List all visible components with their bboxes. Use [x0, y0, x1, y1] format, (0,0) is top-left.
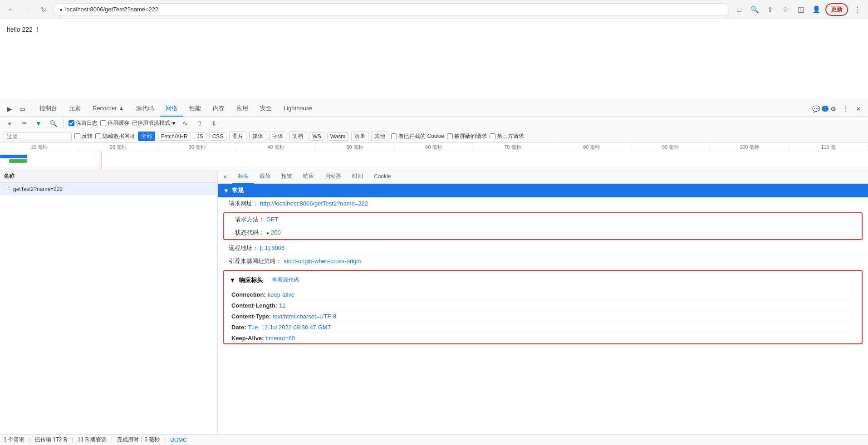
referrer-policy-row: 引荐来源网址策略： strict-origin-when-cross-origi…	[218, 255, 868, 268]
request-method-row: 请求方法： GET	[224, 213, 862, 226]
tl-80: 80 毫秒	[552, 143, 631, 151]
blocked-requests-checkbox[interactable]: 被屏蔽的请求	[447, 132, 487, 140]
tab-console[interactable]: 控制台	[34, 101, 63, 117]
reload-button[interactable]: ↻	[37, 3, 50, 16]
referrer-policy-value: strict-origin-when-cross-origin	[284, 258, 361, 264]
third-party-checkbox[interactable]: 第三方请求	[490, 132, 524, 140]
lock-icon: ●	[59, 7, 63, 12]
remote-addr-label: 远程地址：	[229, 244, 258, 252]
dom-link[interactable]: DOMC	[170, 437, 187, 443]
content-type-value: text/html;charset=UTF-8	[273, 313, 336, 320]
filter-all[interactable]: 全部	[138, 132, 155, 141]
tab-lighthouse[interactable]: Lighthouse	[278, 101, 318, 117]
request-row[interactable]: 📄 getTest2?name=222	[0, 183, 217, 196]
bookmark-button[interactable]: ☆	[779, 3, 792, 16]
filter-css[interactable]: CSS	[209, 132, 227, 141]
cast-button[interactable]: □	[733, 3, 745, 16]
share-button[interactable]: ⇧	[764, 3, 776, 16]
filter-wasm[interactable]: Wasm	[327, 132, 349, 141]
filter-icon[interactable]: ▼	[33, 117, 44, 129]
general-arrow: ▼	[223, 187, 229, 194]
tab-elements[interactable]: 元素	[64, 101, 86, 117]
transferred-size: 已传输 172 B	[35, 436, 67, 444]
invert-checkbox[interactable]: 反转	[74, 132, 93, 140]
settings-icon[interactable]: ⚙	[827, 103, 839, 115]
close-devtools-icon[interactable]: ✕	[853, 103, 864, 115]
devtools: ▶ ▭ 控制台 元素 Recorder ▲ 源代码 网络 性能 内存 应用 安全	[0, 101, 868, 445]
details-tab-response[interactable]: 响应	[298, 170, 319, 184]
filter-other[interactable]: 其他	[371, 132, 388, 141]
chat-button[interactable]: 💬1	[814, 103, 826, 115]
tl-50: 50 毫秒	[316, 143, 395, 151]
tab-security[interactable]: 安全	[255, 101, 277, 117]
extensions-button[interactable]: ◫	[794, 3, 807, 16]
devtools-more-icon[interactable]: ⋮	[840, 103, 852, 115]
disable-cache-checkbox[interactable]	[100, 120, 106, 126]
filter-doc[interactable]: 文档	[289, 132, 306, 141]
inspect-icon[interactable]: ▶	[4, 103, 15, 115]
preserve-log-checkbox[interactable]	[69, 120, 74, 126]
filter-img[interactable]: 图片	[229, 132, 246, 141]
tab-application[interactable]: 应用	[231, 101, 254, 117]
wifi-icon[interactable]: ∿	[179, 117, 191, 129]
tab-memory[interactable]: 内存	[207, 101, 230, 117]
response-headers-arrow: ▼	[230, 277, 235, 284]
filter-input[interactable]	[4, 132, 72, 141]
network-main: 名称 📄 getTest2?name=222 × 标头 载荷 预览 响应 启动器…	[0, 170, 868, 434]
separator	[31, 104, 31, 113]
menu-button[interactable]: ⋮	[851, 3, 863, 16]
connection-value: keep-alive	[268, 291, 294, 298]
back-button[interactable]: ←	[5, 3, 17, 16]
download-icon[interactable]: ⇩	[208, 117, 220, 129]
tl-10: 10 毫秒	[0, 143, 79, 151]
tab-network[interactable]: 网络	[160, 101, 183, 117]
blocked-cookies-checkbox[interactable]: 有已拦截的 Cookie	[391, 132, 444, 140]
record-button[interactable]: ●	[4, 117, 15, 129]
profile-button[interactable]: 👤	[810, 3, 823, 16]
search-button[interactable]: 🔍	[748, 3, 761, 16]
details-close-button[interactable]: ×	[220, 171, 230, 182]
tab-performance[interactable]: 性能	[184, 101, 206, 117]
forward-button[interactable]: →	[21, 3, 34, 16]
device-icon[interactable]: ▭	[16, 103, 28, 115]
details-tab-initiator[interactable]: 启动器	[319, 170, 347, 184]
search-network-icon[interactable]: 🔍	[47, 117, 59, 129]
details-tab-preview[interactable]: 预览	[276, 170, 298, 184]
details-tab-headers[interactable]: 标头	[232, 170, 254, 184]
request-url-row: 请求网址： http://localhost:8006/getTest2?nam…	[218, 197, 868, 210]
filter-xhr[interactable]: Fetch/XHR	[158, 132, 191, 141]
tab-sources[interactable]: 源代码	[131, 101, 159, 117]
filter-js[interactable]: JS	[194, 132, 206, 141]
details-tab-cookie[interactable]: Cookie	[368, 170, 396, 184]
status-code-row: 状态代码： ● 200	[224, 226, 862, 239]
content-length-value: 11	[279, 302, 285, 309]
tl-30: 30 毫秒	[158, 143, 237, 151]
details-tab-payload[interactable]: 载荷	[254, 170, 276, 184]
tab-recorder[interactable]: Recorder ▲	[87, 101, 130, 117]
date-label: Date:	[231, 324, 246, 331]
tl-100: 100 毫秒	[710, 143, 789, 151]
address-bar: ● localhost:8006/getTest2?name=222	[54, 3, 729, 16]
filter-media[interactable]: 媒体	[249, 132, 266, 141]
upload-icon[interactable]: ⇧	[194, 117, 206, 129]
status-code-label: 状态代码：	[235, 229, 265, 237]
view-source-link[interactable]: 查看源代码	[266, 274, 304, 287]
filter-manifest[interactable]: 清单	[351, 132, 368, 141]
requests-count: 1 个请求	[4, 436, 25, 444]
hide-data-checkbox[interactable]: 隐藏数据网址	[95, 132, 135, 140]
tl-20: 20 毫秒	[79, 143, 158, 151]
content-type-row: Content-Type: text/html;charset=UTF-8	[224, 311, 862, 322]
browser-actions: □ 🔍 ⇧ ☆ ◫ 👤 更新 ⋮	[733, 3, 863, 16]
details-tab-timing[interactable]: 时间	[347, 170, 368, 184]
content-length-row: Content-Length: 11	[224, 300, 862, 311]
preserve-log-label[interactable]: 保留日志	[69, 119, 98, 127]
throttle-dropdown[interactable]: 已停用节流模式 ▼	[132, 119, 177, 127]
filter-font[interactable]: 字体	[269, 132, 286, 141]
filter-ws[interactable]: WS	[309, 132, 324, 141]
disable-cache-label[interactable]: 停用缓存	[100, 119, 129, 127]
update-button[interactable]: 更新	[825, 3, 848, 16]
keep-alive-row: Keep-Alive: timeout=60	[224, 333, 862, 343]
clear-button[interactable]: ⚰	[18, 117, 30, 129]
general-section-header[interactable]: ▼ 常规	[218, 184, 868, 197]
content-type-label: Content-Type:	[231, 313, 271, 320]
